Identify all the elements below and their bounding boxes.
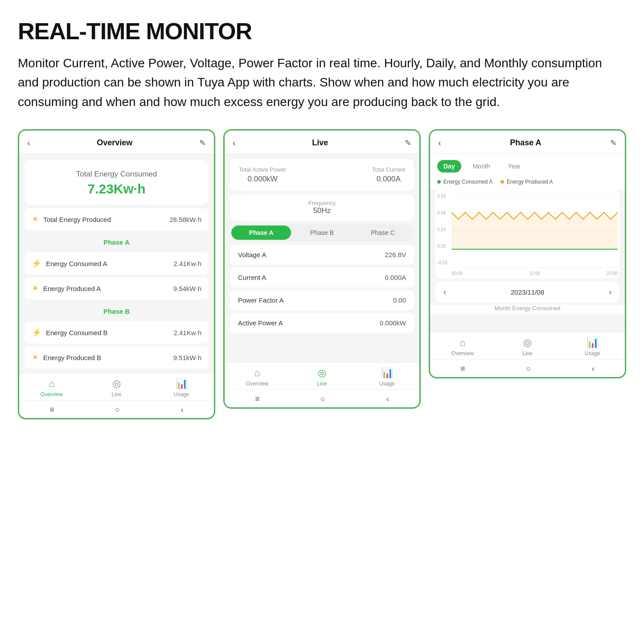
android-bar-3: ≡ ○ ‹	[430, 359, 625, 377]
total-active-power-label: Total Active Power	[239, 166, 286, 173]
chart-tab-month[interactable]: Month	[467, 160, 496, 172]
nav-usage-1-label: Usage	[174, 391, 189, 398]
energy-produced-a-left: ☀ Energy Produced A	[32, 283, 101, 293]
nav-live-phase-a[interactable]: ◎ Live	[495, 337, 560, 357]
x-label-1: 12:00	[529, 271, 540, 276]
frequency-label: Frequency	[239, 200, 405, 206]
overview-title: Overview	[97, 138, 132, 148]
nav-usage-phase-a[interactable]: 📊 Usage	[560, 337, 625, 357]
phase-tab-c[interactable]: Phase C	[353, 226, 413, 240]
phase-tab-a[interactable]: Phase A	[231, 226, 291, 240]
energy-consumed-a-row: ⚡ Energy Consumed A 2.41Kw·h	[25, 252, 209, 275]
legend-dot-consumed	[437, 180, 441, 184]
month-energy-label: Month Energy Consumed	[430, 305, 625, 314]
nav-usage-phase-a-label: Usage	[585, 350, 600, 357]
screen-phase-a: ‹ Phase A ✎ Day Month Year Energy Consum…	[429, 129, 626, 378]
nav-overview-phase-a[interactable]: ⌂ Overview	[430, 337, 495, 357]
android-menu-2[interactable]: ≡	[255, 394, 260, 404]
edit-icon-live[interactable]: ✎	[405, 138, 411, 148]
screen-live: ‹ Live ✎ Total Active Power 0.000kW Tota…	[223, 129, 421, 409]
chart-svg	[451, 194, 618, 268]
nav-overview-live-label: Overview	[246, 381, 268, 387]
edit-icon-overview[interactable]: ✎	[199, 138, 206, 148]
energy-produced-b-row: ☀ Energy Produced B 9.51kW·h	[25, 346, 209, 369]
x-label-2: 23:00	[607, 271, 618, 276]
date-display: 2023/11/08	[511, 288, 544, 296]
screen-overview: ‹ Overview ✎ Total Energy Consumed 7.23K…	[18, 129, 215, 419]
power-factor-a-label: Power Factor A	[238, 296, 284, 304]
chart-area: 0.09 0.06 0.03 0.00 -0.03	[435, 189, 619, 279]
phase-a-header: Phase A	[25, 235, 209, 250]
android-menu-1[interactable]: ≡	[49, 405, 54, 414]
legend-produced-label: Energy Produced A	[507, 179, 553, 185]
page-title: REAL-TIME MONITOR	[18, 18, 626, 45]
current-a-label: Current A	[238, 274, 266, 281]
android-back-3[interactable]: ‹	[592, 364, 595, 373]
phase-tab-b[interactable]: Phase B	[292, 226, 352, 240]
chart-y-labels: 0.09 0.06 0.03 0.00 -0.03	[437, 194, 447, 265]
back-arrow-live[interactable]: ‹	[233, 138, 236, 148]
total-produced-value: 28.58kW·h	[169, 216, 201, 223]
edit-icon-phase-a[interactable]: ✎	[610, 138, 617, 148]
energy-produced-b-value: 9.51kW·h	[173, 354, 201, 361]
live-bottom-nav: ⌂ Overview ◎ Live 📊 Usage	[225, 362, 419, 390]
bolt-icon-consumed-a: ⚡	[32, 258, 41, 268]
date-next-arrow[interactable]: ›	[609, 287, 611, 297]
nav-overview-phase-a-label: Overview	[451, 350, 474, 357]
total-produced-left: ☀ Total Energy Produced	[32, 214, 111, 224]
back-arrow-overview[interactable]: ‹	[27, 138, 30, 148]
total-active-power-value: 0.000kW	[239, 175, 286, 184]
nav-usage-live[interactable]: 📊 Usage	[354, 367, 419, 387]
active-power-a-metric: Active Power A 0.000kW	[230, 313, 414, 333]
phase-b-header: Phase B	[25, 304, 209, 319]
power-factor-a-value: 0.00	[393, 296, 406, 304]
android-bar-1: ≡ ○ ‹	[19, 400, 214, 418]
phase-a-bottom-nav: ⌂ Overview ◎ Live 📊 Usage	[430, 332, 625, 359]
overview-bottom-nav: ⌂ Overview ◎ Live 📊 Usage	[19, 373, 214, 400]
android-back-2[interactable]: ‹	[386, 394, 389, 404]
date-prev-arrow[interactable]: ‹	[443, 287, 446, 297]
energy-consumed-a-value: 2.41Kw·h	[173, 260, 201, 267]
live-topbar: ‹ Live ✎	[225, 131, 419, 154]
bolt-icon-consumed-b: ⚡	[32, 328, 41, 337]
energy-consumed-b-row: ⚡ Energy Consumed B 2.41Kw·h	[25, 321, 209, 344]
android-menu-3[interactable]: ≡	[460, 364, 465, 373]
back-arrow-phase-a[interactable]: ‹	[438, 138, 441, 148]
y-label-4: -0.03	[437, 260, 447, 265]
hero-value: 7.23Kw·h	[33, 181, 200, 197]
total-current-label: Total Current	[372, 166, 405, 173]
nav-live-active[interactable]: ◎ Live	[290, 367, 355, 387]
chart-tabs: Day Month Year	[430, 154, 625, 177]
total-produced-row: ☀ Total Energy Produced 28.58kW·h	[25, 208, 209, 230]
wifi-icon-1: ◎	[112, 378, 121, 390]
nav-overview-live-screen[interactable]: ⌂ Overview	[225, 367, 290, 387]
home-icon-live: ⌂	[254, 367, 260, 379]
nav-live-1-label: Live	[112, 391, 122, 398]
nav-usage-1[interactable]: 📊 Usage	[149, 378, 214, 398]
energy-consumed-b-left: ⚡ Energy Consumed B	[32, 328, 107, 337]
chart-tab-day[interactable]: Day	[437, 160, 461, 172]
screens-container: ‹ Overview ✎ Total Energy Consumed 7.23K…	[18, 129, 626, 419]
chart-icon-1: 📊	[176, 378, 188, 390]
android-home-3[interactable]: ○	[526, 364, 531, 373]
live-title: Live	[312, 138, 328, 148]
energy-produced-b-left: ☀ Energy Produced B	[32, 353, 101, 362]
nav-live-phase-a-label: Live	[523, 350, 533, 357]
chart-icon-live: 📊	[381, 367, 393, 379]
current-a-metric: Current A 0.000A	[230, 267, 414, 287]
nav-overview[interactable]: ⌂ Overview	[19, 378, 84, 398]
energy-produced-a-value: 9.54kW·h	[173, 285, 201, 292]
android-home-2[interactable]: ○	[320, 394, 325, 404]
sun-icon-produced-a: ☀	[32, 283, 39, 293]
nav-live-1[interactable]: ◎ Live	[84, 378, 149, 398]
current-a-value: 0.000A	[385, 274, 406, 281]
android-home-1[interactable]: ○	[115, 405, 120, 414]
nav-usage-live-label: Usage	[379, 381, 395, 387]
energy-consumed-a-left: ⚡ Energy Consumed A	[32, 258, 107, 268]
sun-icon-produced: ☀	[32, 214, 39, 224]
android-back-1[interactable]: ‹	[181, 405, 184, 414]
chart-tab-year[interactable]: Year	[502, 160, 527, 172]
y-label-0: 0.09	[437, 194, 447, 199]
date-nav: ‹ 2023/11/08 ›	[435, 282, 619, 302]
home-icon-overview: ⌂	[49, 378, 54, 390]
